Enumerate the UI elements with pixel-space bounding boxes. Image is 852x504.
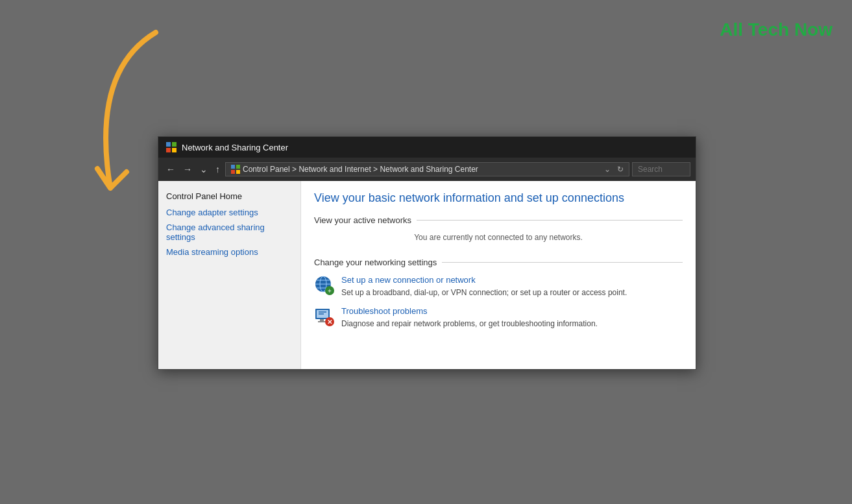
troubleshoot-item: ✕ Troubleshoot problems Diagnose and rep… [314, 306, 683, 330]
svg-rect-7 [236, 170, 240, 174]
recent-button[interactable]: ⌄ [197, 163, 210, 176]
main-content: View your basic network information and … [301, 181, 696, 369]
forward-button[interactable]: → [180, 163, 195, 176]
troubleshoot-icon: ✕ [314, 306, 335, 327]
arrow-decoration [52, 19, 182, 227]
content-area: Control Panel Home Change adapter settin… [158, 181, 696, 369]
active-networks-header: View your active networks [314, 215, 683, 225]
breadcrumb-path[interactable]: Control Panel > Network and Internet > N… [225, 162, 629, 176]
svg-rect-5 [236, 165, 240, 169]
networking-settings-section: Change your networking settings [314, 258, 683, 330]
sidebar-link-media-streaming[interactable]: Media streaming options [166, 247, 293, 257]
new-connection-icon: + [314, 275, 335, 296]
watermark-suffix: Now [794, 19, 833, 40]
sidebar-link-change-adapter[interactable]: Change adapter settings [166, 208, 293, 217]
svg-text:+: + [328, 287, 332, 294]
page-title: View your basic network information and … [314, 191, 683, 205]
watermark: All Tech Now [720, 19, 833, 40]
search-input[interactable] [632, 162, 690, 176]
networking-settings-header: Change your networking settings [314, 258, 683, 267]
svg-rect-20 [318, 321, 326, 322]
sidebar-home[interactable]: Control Panel Home [166, 191, 293, 201]
new-connection-text: Set up a new connection or network Set u… [341, 275, 627, 298]
title-bar: Network and Sharing Center [158, 137, 696, 158]
troubleshoot-desc: Diagnose and repair network problems, or… [341, 319, 598, 328]
svg-rect-6 [231, 170, 235, 174]
up-button[interactable]: ↑ [213, 163, 223, 176]
network-sharing-center-window: Network and Sharing Center ← → ⌄ ↑ Contr… [158, 136, 696, 370]
window-title: Network and Sharing Center [182, 143, 288, 152]
no-networks-text: You are currently not connected to any n… [314, 228, 683, 250]
new-connection-link[interactable]: Set up a new connection or network [341, 275, 627, 285]
breadcrumb-text: Control Panel > Network and Internet > N… [243, 165, 478, 174]
new-connection-desc: Set up a broadband, dial-up, or VPN conn… [341, 288, 627, 297]
svg-rect-19 [320, 319, 324, 321]
address-bar: ← → ⌄ ↑ Control Panel > Network and Inte… [158, 158, 696, 181]
sidebar-link-advanced-sharing[interactable]: Change advanced sharing settings [166, 222, 293, 242]
svg-rect-4 [231, 165, 235, 169]
troubleshoot-link[interactable]: Troubleshoot problems [341, 306, 598, 316]
watermark-prefix: All Tech [720, 19, 794, 40]
refresh-icon: ↻ [617, 165, 624, 174]
new-connection-item: + Set up a new connection or network Set… [314, 275, 683, 298]
dropdown-icon: ⌄ [604, 165, 611, 174]
svg-text:✕: ✕ [327, 318, 332, 326]
troubleshoot-text: Troubleshoot problems Diagnose and repai… [341, 306, 598, 330]
